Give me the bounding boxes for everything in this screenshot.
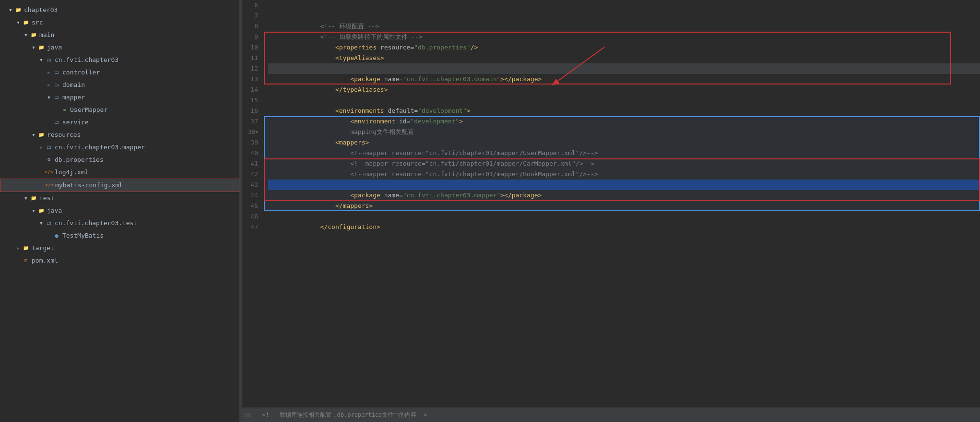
arrow-mapper-package: ▶ <box>38 142 44 153</box>
linenum-15: 15 <box>240 95 258 106</box>
tree-item-java-test[interactable]: ▼ 📁 java <box>0 205 239 217</box>
tree-item-testmybatis[interactable]: ● TestMyBatis <box>0 229 239 242</box>
package-icon-mapper-res: 🗂 <box>45 144 53 151</box>
tree-item-target[interactable]: ▶ 📁 target <box>0 242 239 254</box>
code-line-45 <box>268 201 980 211</box>
label-target: target <box>32 243 54 253</box>
arrow-target: ▶ <box>15 243 21 253</box>
arrow-src: ▼ <box>15 17 21 28</box>
tree-item-java[interactable]: ▼ 📁 java <box>0 41 239 54</box>
folder-icon-resources: 📁 <box>37 131 45 139</box>
code-editor: 6 7 8 9 10 11 12 13 14 15 16 37 38▼ 39 4… <box>240 0 980 422</box>
tree-item-controller[interactable]: ▶ 🗂 controller <box>0 66 239 79</box>
linenum-44: 44 <box>240 190 258 201</box>
label-log4j: log4j.xml <box>55 167 88 178</box>
code-line-37: mapping文件相关配置 <box>268 116 980 127</box>
code-line-15: <environments default="development"> <box>268 95 980 106</box>
file-tree[interactable]: ▼ 📁 chapter03 ▼ 📁 src ▼ 📁 main ▼ 📁 java … <box>0 0 240 422</box>
label-mapper: mapper <box>62 92 85 103</box>
linenum-16: 16 <box>240 106 258 116</box>
label-package-main: cn.fvti.chapter03 <box>55 55 118 65</box>
package-icon-controller: 🗂 <box>53 69 60 76</box>
code-line-43: <package name="cn.fvti.chapter03.mapper"… <box>268 180 980 190</box>
tree-item-mybatis-config[interactable]: </> mybatis-config.xml <box>0 179 239 192</box>
tree-item-test[interactable]: ▼ 📁 test <box>0 192 239 205</box>
label-resources: resources <box>47 130 81 140</box>
tree-item-package-main[interactable]: ▼ 🗂 cn.fvti.chapter03 <box>0 54 239 66</box>
linenum-45: 45 <box>240 201 258 211</box>
label-test: test <box>39 193 54 204</box>
linenum-11: 11 <box>240 53 258 63</box>
tree-item-usermapper[interactable]: ≈ UserMapper <box>0 104 239 116</box>
arrow-package-main: ▼ <box>38 55 44 65</box>
linenum-40: 40 <box>240 148 258 158</box>
tree-item-mapper[interactable]: ▼ 🗂 mapper <box>0 91 239 104</box>
linenum-8: 8 <box>240 21 258 32</box>
label-testmybatis: TestMyBatis <box>62 230 104 241</box>
package-icon-domain: 🗂 <box>53 81 60 89</box>
label-service: service <box>62 117 89 128</box>
code-line-38: <mappers> <box>268 127 980 137</box>
linenum-47: 47 <box>240 222 258 232</box>
folder-icon-java-test: 📁 <box>37 207 45 215</box>
label-mybatis-config: mybatis-config.xml <box>55 180 123 191</box>
tree-item-service[interactable]: 🗂 service <box>0 116 239 129</box>
code-line-47 <box>268 222 980 232</box>
code-line-14 <box>268 84 980 95</box>
xml-icon-mybatis: </> <box>46 181 53 189</box>
tree-item-db-properties[interactable]: ⚙ db.properties <box>0 154 239 166</box>
bottom-line-content: <!-- 数据库连接相关配置，db.properties文件中的内容--> <box>262 411 427 419</box>
label-test-package: cn.fvti.chapter03.test <box>55 218 137 229</box>
folder-icon-src: 📁 <box>22 19 30 26</box>
label-java-test: java <box>47 205 62 216</box>
bottom-linenum: 28 <box>244 412 250 419</box>
code-line-40: <!--mapper resource="cn.fvti/chapter01/m… <box>268 148 980 158</box>
label-java: java <box>47 42 62 53</box>
linenum-10: 10 <box>240 42 258 53</box>
tree-item-resources[interactable]: ▼ 📁 resources <box>0 129 239 141</box>
editor-separator <box>240 0 242 422</box>
code-line-8: <!-- 加载类路径下的属性文件 --> <box>268 21 980 32</box>
folder-icon-test: 📁 <box>30 194 37 202</box>
tree-item-test-package[interactable]: ▼ 🗂 cn.fvti.chapter03.test <box>0 217 239 229</box>
tree-item-domain[interactable]: ▶ 🗂 domain <box>0 79 239 91</box>
db-icon-file: ⚙ <box>45 156 53 164</box>
package-icon-test: 🗂 <box>45 219 53 227</box>
tree-item-main[interactable]: ▼ 📁 main <box>0 29 239 41</box>
arrow-main: ▼ <box>23 30 29 40</box>
arrow-test: ▼ <box>23 193 29 204</box>
linenum-13: 13 <box>240 74 258 84</box>
linenum-6: 6 <box>240 0 258 11</box>
tree-item-pom[interactable]: m pom.xml <box>0 254 239 267</box>
tree-item-chapter03[interactable]: ▼ 📁 chapter03 <box>0 4 239 16</box>
linenum-14: 14 <box>240 84 258 95</box>
label-pom: pom.xml <box>32 255 58 266</box>
linenum-12: 12 <box>240 63 258 74</box>
linenum-37: 37 <box>240 116 258 127</box>
label-db-properties: db.properties <box>55 155 104 165</box>
code-line-10: <typeAliases> <box>268 42 980 53</box>
pom-icon-file: m <box>22 257 30 265</box>
tree-item-src[interactable]: ▼ 📁 src <box>0 16 239 29</box>
mapper-icon-usermapper: ≈ <box>60 106 68 114</box>
label-controller: controller <box>62 67 100 78</box>
arrow-test-package: ▼ <box>38 218 44 229</box>
label-domain: domain <box>62 80 85 90</box>
arrow-java-test: ▼ <box>31 205 36 216</box>
linenum-39: 39 <box>240 137 258 148</box>
label-chapter03: chapter03 <box>24 5 58 15</box>
code-line-12: <package name="cn.fvti.chapter03.domain"… <box>268 63 980 74</box>
folder-icon-target: 📁 <box>22 244 30 252</box>
tree-item-mapper-package[interactable]: ▶ 🗂 cn.fvti.chapter03.mapper <box>0 141 239 154</box>
code-line-46: </configuration> <box>268 211 980 222</box>
code-line-44: </mappers> <box>268 190 980 201</box>
code-line-39: <!--mapper resource="cn.fvti/chapter01/m… <box>268 137 980 148</box>
code-line-9: <properties resource="db.properties"/> <box>268 32 980 42</box>
folder-icon-java: 📁 <box>37 44 45 51</box>
linenum-43: 43 <box>240 180 258 190</box>
code-line-41: <!--mapper resource="cn.fvti/chapter01/m… <box>268 158 980 169</box>
linenum-9: 9 <box>240 32 258 42</box>
label-main: main <box>39 30 54 40</box>
code-line-42: <!--扫包：要求 1. mapper接口和映射xml文件必须拥有相同的目录结构… <box>268 169 980 180</box>
tree-item-log4j[interactable]: </> log4j.xml <box>0 166 239 179</box>
